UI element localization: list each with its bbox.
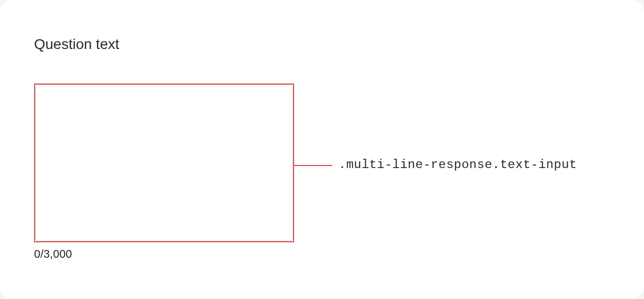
textarea-wrapper: 0/3,000 — [34, 84, 294, 261]
form-card: Question text 0/3,000 .multi-line-respon… — [0, 0, 644, 299]
question-label: Question text — [34, 36, 610, 53]
annotation-connector-line — [294, 165, 332, 166]
annotation-selector-label: .multi-line-response.text-input — [339, 158, 577, 172]
character-counter: 0/3,000 — [34, 247, 294, 261]
response-textarea[interactable] — [35, 85, 293, 241]
